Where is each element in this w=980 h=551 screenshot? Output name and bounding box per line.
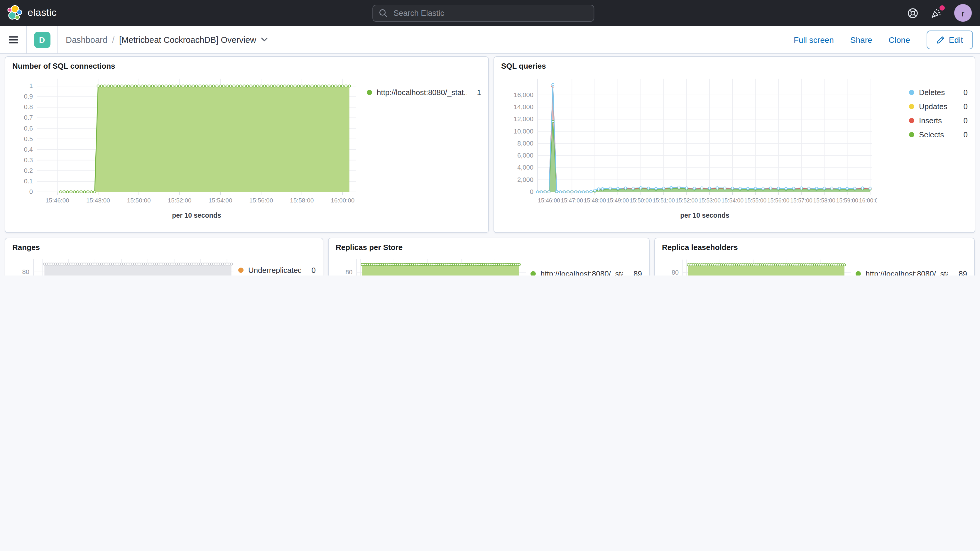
- user-avatar[interactable]: r: [954, 4, 972, 22]
- legend-item[interactable]: http://localhost:8080/_sta...89: [856, 269, 967, 276]
- svg-text:0.9: 0.9: [24, 93, 33, 100]
- legend-dot: [909, 132, 914, 137]
- sql-connections-chart[interactable]: 15:46:0015:48:0015:50:0015:52:0015:54:00…: [12, 72, 362, 221]
- kibana-dashboard-app: elastic: [0, 0, 980, 276]
- legend-item[interactable]: Selects0: [909, 130, 968, 139]
- svg-text:80: 80: [345, 268, 352, 276]
- svg-text:15:48:00: 15:48:00: [86, 197, 110, 204]
- help-button[interactable]: [907, 7, 918, 19]
- replica-leaseholders-chart[interactable]: 15:46:0015:49:0015:52:0015:55:0015:58:00…: [662, 253, 856, 276]
- svg-text:0: 0: [29, 188, 33, 196]
- svg-text:per 10 seconds: per 10 seconds: [172, 212, 221, 219]
- svg-text:0.3: 0.3: [24, 156, 33, 164]
- legend-item[interactable]: Updates0: [909, 102, 968, 111]
- svg-text:15:52:00: 15:52:00: [168, 197, 192, 204]
- svg-text:15:49:00: 15:49:00: [607, 197, 629, 204]
- legend-value: 0: [958, 102, 968, 111]
- dashboard-content: Number of SQL connections 15:46:0015:48:…: [0, 54, 980, 276]
- svg-text:per 10 seconds: per 10 seconds: [680, 212, 729, 219]
- global-search[interactable]: [372, 5, 594, 21]
- svg-text:0.6: 0.6: [24, 125, 33, 132]
- clone-button[interactable]: Clone: [889, 35, 910, 44]
- replicas-per-store-chart[interactable]: 15:46:0015:49:0015:52:0015:55:0015:58:00…: [336, 253, 530, 276]
- svg-text:15:51:00: 15:51:00: [652, 197, 675, 204]
- legend-item[interactable]: Deletes0: [909, 88, 968, 97]
- legend-label: Underreplicated: [248, 266, 301, 275]
- svg-text:0.8: 0.8: [24, 103, 33, 111]
- panel-replica-leaseholders: Replica leaseholders 15:46:0015:49:0015:…: [654, 238, 975, 276]
- dashboard-app-badge[interactable]: D: [34, 32, 50, 48]
- svg-text:15:50:00: 15:50:00: [127, 197, 151, 204]
- menu-button[interactable]: [0, 26, 27, 53]
- legend-dot: [856, 271, 861, 276]
- legend-label: Deletes: [919, 88, 945, 97]
- svg-text:15:56:00: 15:56:00: [250, 197, 273, 204]
- legend-dot: [909, 104, 914, 109]
- svg-text:6,000: 6,000: [517, 152, 533, 159]
- legend-label: http://localhost:8080/_sta...: [865, 269, 948, 276]
- breadcrumb: Dashboard / [Metricbeat CockroachDB] Ove…: [66, 35, 267, 44]
- svg-text:15:50:00: 15:50:00: [630, 197, 652, 204]
- pencil-icon: [937, 35, 945, 44]
- sql-queries-chart[interactable]: 15:46:0015:47:0015:48:0015:49:0015:50:00…: [501, 72, 877, 221]
- search-icon: [379, 8, 388, 17]
- svg-text:80: 80: [22, 268, 29, 276]
- legend-value: 0: [958, 88, 968, 97]
- svg-text:15:54:00: 15:54:00: [722, 197, 744, 204]
- full-screen-button[interactable]: Full screen: [794, 35, 834, 44]
- svg-text:16:00:00: 16:00:00: [859, 197, 877, 204]
- navbar: D Dashboard / [Metricbeat CockroachDB] O…: [0, 26, 980, 54]
- legend-item[interactable]: Inserts0: [909, 116, 968, 125]
- chevron-down-icon: [261, 38, 267, 41]
- legend-item[interactable]: http://localhost:8080/_stat...1: [367, 88, 481, 97]
- legend-item[interactable]: http://localhost:8080/_sta...89: [530, 269, 642, 276]
- lifebuoy-icon: [907, 7, 918, 19]
- legend-label: Selects: [919, 130, 944, 139]
- search-input[interactable]: [392, 8, 588, 18]
- panel-title: Ranges: [12, 243, 316, 252]
- legend: http://localhost:8080/_sta...89: [856, 269, 967, 276]
- top-header-bar: elastic: [0, 0, 980, 26]
- legend-value: 89: [953, 269, 967, 276]
- svg-text:16:00:00: 16:00:00: [331, 197, 355, 204]
- legend-value: 0: [958, 130, 968, 139]
- legend-label: http://localhost:8080/_stat...: [377, 88, 466, 97]
- breadcrumb-dashboard-link[interactable]: Dashboard: [66, 35, 107, 44]
- panel-title: Replica leaseholders: [662, 243, 967, 252]
- svg-text:0.7: 0.7: [24, 114, 33, 121]
- svg-text:15:52:00: 15:52:00: [675, 197, 698, 204]
- svg-text:1: 1: [29, 82, 33, 89]
- svg-text:15:46:00: 15:46:00: [46, 197, 69, 204]
- svg-text:15:48:00: 15:48:00: [584, 197, 606, 204]
- legend-value: 0: [306, 266, 316, 275]
- svg-text:15:57:00: 15:57:00: [790, 197, 813, 204]
- elastic-logo[interactable]: elastic: [0, 5, 57, 21]
- panel-sql-queries: SQL queries 15:46:0015:47:0015:48:0015:4…: [493, 56, 975, 233]
- svg-text:15:46:00: 15:46:00: [538, 197, 560, 204]
- legend-dot: [238, 268, 243, 273]
- svg-text:0.5: 0.5: [24, 135, 33, 143]
- svg-text:0.4: 0.4: [24, 146, 33, 153]
- brand-text: elastic: [27, 7, 57, 19]
- legend-value: 89: [628, 269, 642, 276]
- legend-dot: [909, 118, 914, 123]
- legend: Underreplicated0Overreplicated0Unavailab…: [238, 266, 316, 276]
- svg-text:15:58:00: 15:58:00: [813, 197, 835, 204]
- legend-label: Updates: [919, 102, 947, 111]
- legend-item[interactable]: Underreplicated0: [238, 266, 316, 275]
- edit-button[interactable]: Edit: [927, 30, 973, 49]
- svg-text:14,000: 14,000: [514, 103, 533, 111]
- svg-text:80: 80: [671, 269, 679, 276]
- ranges-chart[interactable]: 15:46:0015:48:0015:50:0015:52:0015:54:00…: [12, 253, 238, 276]
- dashboard-title[interactable]: [Metricbeat CockroachDB] Overview: [119, 35, 267, 44]
- share-button[interactable]: Share: [850, 35, 872, 44]
- svg-text:0: 0: [530, 188, 533, 196]
- legend: http://localhost:8080/_sta...89: [530, 269, 642, 276]
- legend: Deletes0Updates0Inserts0Selects0: [909, 88, 968, 144]
- panel-ranges: Ranges 15:46:0015:48:0015:50:0015:52:001…: [5, 238, 323, 276]
- svg-text:15:54:00: 15:54:00: [208, 197, 232, 204]
- news-feed-button[interactable]: [931, 7, 942, 19]
- svg-text:15:56:00: 15:56:00: [767, 197, 789, 204]
- svg-text:8,000: 8,000: [517, 140, 533, 147]
- panel-title: SQL queries: [501, 62, 968, 70]
